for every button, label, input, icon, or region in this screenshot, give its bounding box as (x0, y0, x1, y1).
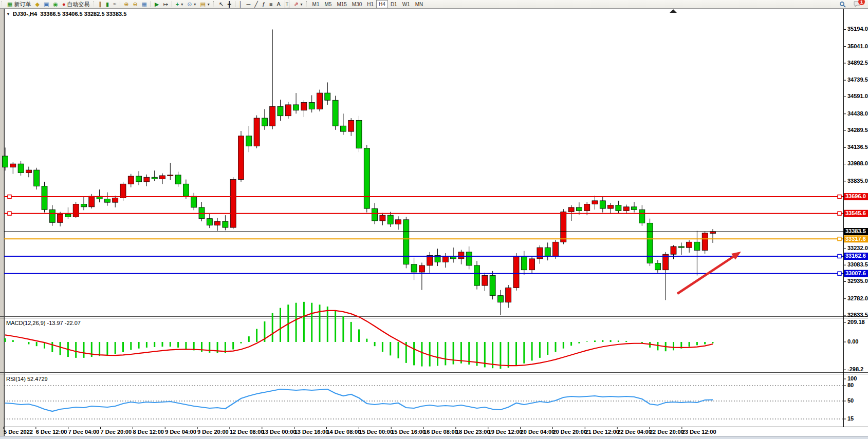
axis-tick-label: 33383.5 (845, 228, 866, 234)
candlestick-chart-icon: ▮ (106, 1, 109, 7)
price-label-badge: 33545.6 (844, 210, 868, 217)
timeframe-mn[interactable]: MN (413, 0, 426, 8)
candle-down (42, 186, 47, 210)
line-handle[interactable] (838, 237, 841, 241)
templates-button[interactable]: ▤▾ (198, 0, 211, 8)
candle-up (26, 170, 31, 173)
candle-up (561, 212, 566, 242)
fibonacci-button[interactable]: ƒ (260, 0, 267, 8)
axis-tick-label: 20 Dec 04:00 (521, 429, 555, 435)
cursor-button[interactable]: ↖ (217, 0, 226, 8)
zoom-out-button[interactable]: ⊖ (131, 0, 139, 8)
line-handle[interactable] (838, 195, 841, 199)
price-label-badge: 33696.0 (844, 193, 868, 200)
arrows-button[interactable]: ⇗▾ (291, 0, 304, 8)
axis-tick-label: 6 Dec 12:00 (36, 429, 67, 435)
chevron-down-icon: ▾ (208, 2, 210, 7)
candle-down (18, 164, 24, 173)
crosshair-button[interactable]: ╋ (226, 0, 233, 8)
chart-symbol: DJ30-,H4 (13, 11, 37, 17)
axis-tick-label: 34438.0 (847, 110, 868, 117)
axis-tick-label: 34289.5 (847, 127, 868, 133)
axis-tick-label: 16 Dec 08:00 (423, 429, 458, 435)
line-handle[interactable] (8, 195, 11, 199)
periods-button[interactable]: ⊙▾ (185, 0, 198, 8)
data-window-button[interactable]: ▣ (42, 0, 51, 8)
candle-up (301, 103, 307, 110)
candle-down (49, 209, 55, 222)
navigator-icon: ◉ (53, 1, 58, 7)
candle-down (632, 207, 637, 209)
candle-down (451, 257, 456, 259)
trendline-icon: ╱ (254, 1, 258, 7)
line-handle[interactable] (838, 212, 841, 215)
chart-shift-icon: ↦ (163, 1, 168, 7)
candle-up (553, 242, 559, 256)
timeframe-d1[interactable]: D1 (388, 0, 400, 8)
zoom-out-icon: ⊖ (133, 1, 137, 7)
candle-up (537, 247, 543, 259)
axis-tick-label: 33162.6 (845, 253, 866, 259)
chart-collapse-icon[interactable]: ▼ (6, 12, 10, 16)
text-button[interactable]: A (274, 0, 282, 8)
axis-tick-label: 34591.0 (847, 93, 868, 99)
timeframe-m5[interactable]: M5 (322, 0, 334, 8)
candle-up (529, 259, 535, 270)
tile-windows-button[interactable]: ▦ (140, 0, 149, 8)
text-icon: A (276, 1, 280, 7)
candle-down (246, 136, 252, 146)
timeframe-m30[interactable]: M30 (349, 0, 364, 8)
axis-tick-label: 32782.0 (847, 295, 868, 301)
candle-down (191, 196, 197, 207)
chart-shift-button[interactable]: ↦ (161, 0, 170, 8)
line-handle[interactable] (8, 212, 11, 215)
candle-up (10, 164, 16, 167)
text-label-button[interactable]: T (283, 0, 292, 8)
line-handle[interactable] (838, 272, 841, 275)
candle-down (223, 221, 228, 227)
vertical-line-button[interactable]: │ (237, 0, 245, 8)
zoom-in-icon: ⊕ (124, 1, 128, 7)
add-indicator-icon: + (176, 1, 179, 7)
chart-canvas[interactable]: 35194.035041.034892.534739.534591.034438… (0, 0, 868, 439)
candle-down (104, 199, 110, 203)
zoom-in-button[interactable]: ⊕ (122, 0, 131, 8)
timeframe-w1[interactable]: W1 (400, 0, 413, 8)
channels-button[interactable]: ≡ (267, 0, 274, 8)
timeframe-m1[interactable]: M1 (310, 0, 322, 8)
candle-up (285, 105, 291, 116)
candle-down (490, 276, 495, 296)
new-order-button[interactable]: ▦ 新订单 (5, 0, 33, 8)
navigator-button[interactable]: ◉ (51, 0, 60, 8)
timeframe-h1[interactable]: H1 (364, 0, 376, 8)
candle-up (458, 252, 464, 259)
axis-tick-label: 100 (847, 375, 857, 381)
line-handle[interactable] (838, 255, 841, 258)
new-order-label: 新订单 (14, 1, 31, 8)
candle-up (671, 246, 676, 254)
bar-chart-button[interactable]: ∥ (97, 0, 104, 8)
notifications-button[interactable]: 1 (852, 0, 863, 8)
auto-scroll-button[interactable]: ▶ (153, 0, 161, 8)
candlestick-chart-button[interactable]: ▮ (104, 0, 111, 8)
price-label-badge: 33383.5 (844, 228, 868, 235)
candle-down (34, 170, 40, 186)
market-watch-button[interactable]: ◆ (33, 0, 41, 8)
tile-windows-icon: ▦ (142, 1, 147, 7)
indicators-button[interactable]: +▾ (174, 0, 185, 8)
timeframe-m15[interactable]: M15 (334, 0, 349, 8)
horizontal-line-button[interactable]: ─ (245, 0, 253, 8)
line-chart-icon: ≈ (113, 1, 116, 7)
timeframe-h4[interactable]: H4 (376, 0, 388, 8)
candle-down (545, 247, 550, 256)
candle-down (600, 201, 605, 208)
axis-tick-label: 33232.0 (847, 245, 868, 251)
trendline-button[interactable]: ╱ (252, 0, 260, 8)
candle-up (608, 205, 614, 209)
search-button[interactable] (837, 0, 848, 8)
toolbar: ▦ 新订单 ◆ ▣ ◉ ● 自动交易 ∥ ▮ ≈ ⊕ ⊖ ▦ ▶ ↦ +▾ ⊙▾… (0, 0, 868, 9)
line-chart-button[interactable]: ≈ (111, 0, 118, 8)
candle-down (403, 220, 409, 264)
candle-down (411, 264, 417, 272)
autotrading-button[interactable]: ● 自动交易 (60, 0, 92, 8)
